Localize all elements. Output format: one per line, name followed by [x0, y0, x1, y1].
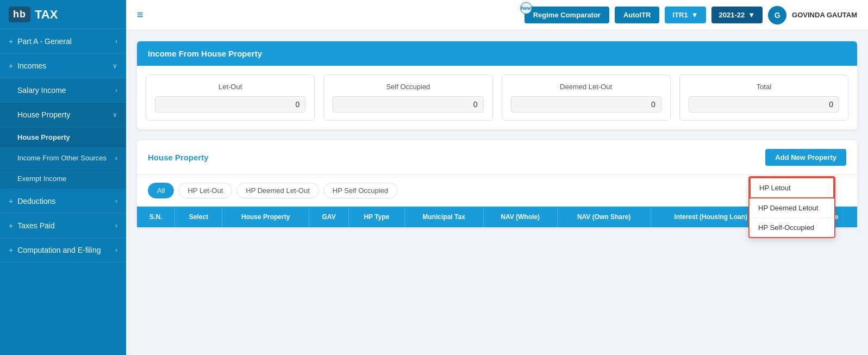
content-area: Income From House Property Let-Out Self …	[126, 30, 868, 355]
sidebar-item-house-property-sub[interactable]: House Property	[0, 127, 126, 148]
itr1-button[interactable]: ITR1 ▼	[665, 7, 705, 23]
filter-tab-hp-self-occupied[interactable]: HP Self Occupied	[323, 183, 397, 198]
plus-icon: +	[9, 246, 13, 254]
income-house-property-card: Income From House Property Let-Out Self …	[137, 41, 857, 129]
auto-itr-button[interactable]: AutoITR	[615, 7, 660, 23]
plus-icon: +	[9, 221, 13, 230]
stat-total: Total	[679, 74, 848, 121]
house-property-section: House Property Add New Property HP Letou…	[137, 140, 857, 227]
sidebar-item-exempt-income[interactable]: Exempt Income	[0, 169, 126, 189]
dropdown-item-hp-deemed-letout[interactable]: HP Deemed Letout	[750, 198, 834, 218]
chevron-icon: ∨	[113, 62, 117, 70]
sidebar-item-deductions[interactable]: + Deductions ›	[0, 189, 126, 214]
sidebar-label-part-a: Part A - General	[17, 37, 72, 46]
add-property-dropdown: HP Letout HP Deemed Letout HP Self-Occup…	[748, 176, 835, 238]
logo-hb: hb	[9, 7, 30, 22]
sidebar-item-income-other-sources[interactable]: Income From Other Sources ›	[0, 148, 126, 169]
col-nav-whole: NAV (Whole)	[483, 207, 557, 227]
income-card-header: Income From House Property	[137, 41, 857, 66]
itr1-label: ITR1	[672, 11, 688, 19]
col-hp-type: HP Type	[349, 207, 404, 227]
stat-deemed-let-out-label: Deemed Let-Out	[511, 83, 661, 91]
col-gav: GAV	[309, 207, 349, 227]
col-municipal-tax: Municipal Tax	[404, 207, 483, 227]
chevron-icon: ∨	[113, 111, 117, 119]
filter-tab-all[interactable]: All	[148, 183, 174, 198]
user-avatar: G	[768, 6, 786, 24]
dropdown-item-hp-self-occupied[interactable]: HP Self-Occupied	[750, 218, 834, 237]
sidebar-sub-label-other-sources: Income From Other Sources	[17, 154, 107, 162]
income-stats: Let-Out Self Occupied Deemed Let-Out Tot…	[137, 66, 857, 129]
plus-icon: +	[9, 197, 13, 205]
hp-section-title: House Property	[148, 153, 209, 162]
new-badge: New	[520, 2, 532, 14]
chevron-icon: ›	[115, 246, 117, 254]
sidebar-item-taxes-paid[interactable]: + Taxes Paid ›	[0, 214, 126, 238]
chevron-icon: ›	[115, 197, 117, 205]
chevron-icon: ›	[115, 38, 117, 45]
chevron-icon: ›	[115, 154, 117, 162]
sidebar-logo: hb TAX	[0, 0, 126, 29]
stat-self-occupied-label: Self Occupied	[333, 83, 483, 91]
filter-tab-hp-let-out[interactable]: HP Let-Out	[178, 183, 232, 198]
chevron-icon: ›	[115, 86, 117, 94]
stat-self-occupied-input[interactable]	[333, 96, 483, 113]
stat-self-occupied: Self Occupied	[323, 74, 492, 121]
hp-section-header: House Property Add New Property HP Letou…	[137, 140, 857, 175]
filter-tab-hp-deemed-let-out[interactable]: HP Deemed Let-Out	[236, 183, 319, 198]
sidebar-label-house-property: House Property	[17, 110, 70, 119]
header: ≡ New Regime Comparator AutoITR ITR1 ▼ 2…	[126, 0, 868, 30]
stat-total-label: Total	[689, 83, 839, 91]
sidebar-item-house-property-parent[interactable]: House Property ∨	[0, 103, 126, 127]
sidebar-item-part-a-general[interactable]: + Part A - General ›	[0, 29, 126, 54]
sidebar-sub-label-exempt: Exempt Income	[17, 175, 66, 183]
stat-deemed-let-out-input[interactable]	[511, 96, 661, 113]
user-name: GOVINDA GAUTAM	[792, 11, 857, 19]
dropdown-item-hp-letout[interactable]: HP Letout	[750, 177, 834, 198]
hamburger-menu[interactable]: ≡	[137, 9, 143, 21]
year-label: 2021-22	[719, 11, 745, 19]
sidebar: hb TAX + Part A - General › + Incomes ∨ …	[0, 0, 126, 355]
sidebar-label-deductions: Deductions	[17, 197, 55, 205]
sidebar-label-incomes: Incomes	[17, 61, 46, 70]
chevron-icon: ›	[115, 222, 117, 229]
sidebar-label-salary: Salary Income	[17, 86, 66, 95]
plus-icon: +	[9, 37, 13, 46]
stat-let-out: Let-Out	[146, 74, 315, 121]
logo-tax: TAX	[35, 8, 58, 22]
regime-comparator-button[interactable]: New Regime Comparator	[524, 7, 609, 23]
sidebar-item-incomes[interactable]: + Incomes ∨	[0, 54, 126, 78]
stat-total-input[interactable]	[689, 96, 839, 113]
col-nav-own-share: NAV (Own Share)	[557, 207, 651, 227]
year-selector-button[interactable]: 2021-22 ▼	[711, 7, 763, 23]
add-property-container: Add New Property HP Letout HP Deemed Let…	[765, 149, 846, 166]
sidebar-item-computation[interactable]: + Computation and E-filing ›	[0, 238, 126, 263]
income-card-title: Income From House Property	[148, 49, 262, 58]
main-area: ≡ New Regime Comparator AutoITR ITR1 ▼ 2…	[126, 0, 868, 355]
col-select: Select	[175, 207, 222, 227]
year-chevron-icon: ▼	[748, 11, 755, 19]
itr1-chevron-icon: ▼	[691, 11, 698, 19]
stat-let-out-label: Let-Out	[155, 83, 305, 91]
col-sn: S.N.	[137, 207, 175, 227]
sidebar-label-taxes-paid: Taxes Paid	[17, 221, 54, 230]
add-new-property-button[interactable]: Add New Property	[765, 149, 846, 166]
stat-let-out-input[interactable]	[155, 96, 305, 113]
col-house-property: House Property	[222, 207, 309, 227]
sidebar-item-salary-income[interactable]: Salary Income ›	[0, 78, 126, 103]
sidebar-label-computation: Computation and E-filing	[17, 246, 101, 254]
plus-icon: +	[9, 61, 13, 70]
sidebar-sub-label-house-property: House Property	[17, 133, 70, 141]
stat-deemed-let-out: Deemed Let-Out	[502, 74, 671, 121]
